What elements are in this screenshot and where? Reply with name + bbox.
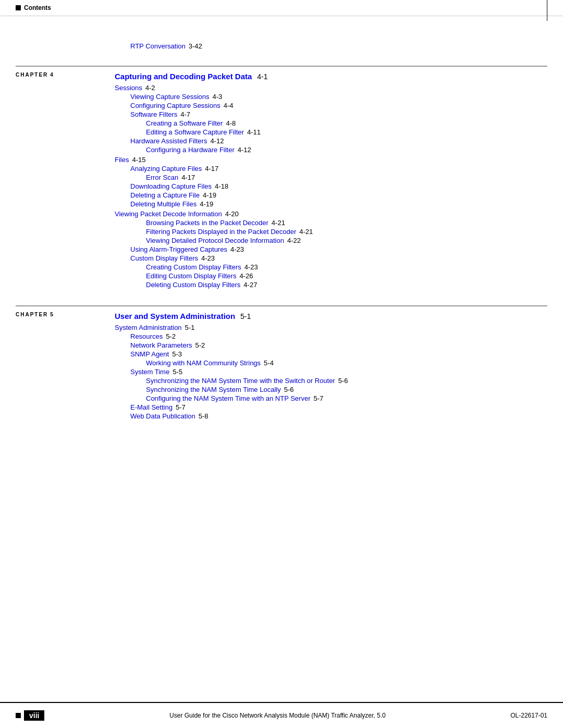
toc-item-ch5-7: Synchronizing the NAM System Time Locall… [146, 386, 547, 393]
chapter-number-ch5: 5 [50, 312, 54, 317]
footer-square-icon [16, 713, 21, 718]
toc-link-ch4-15[interactable]: Browsing Packets in the Packet Decoder [146, 219, 268, 227]
toc-item-ch4-5: Editing a Software Capture Filter4-11 [146, 128, 547, 136]
toc-item-ch5-0: System Administration5-1 [115, 324, 547, 331]
chapter-row-ch4: CHAPTER 4Capturing and Decoding Packet D… [16, 66, 547, 290]
toc-link-ch4-13[interactable]: Deleting Multiple Files [130, 200, 197, 208]
toc-page-ch4-3: 4-7 [180, 110, 190, 118]
toc-page-ch4-19: 4-23 [201, 254, 215, 262]
footer-page-number: viii [24, 710, 44, 721]
toc-link-ch4-7[interactable]: Configuring a Hardware Filter [146, 146, 235, 154]
toc-page-ch4-5: 4-11 [247, 128, 261, 136]
toc-page-ch5-2: 5-2 [195, 341, 205, 349]
toc-page-ch5-3: 5-3 [172, 350, 182, 358]
toc-item-ch4-1: Viewing Capture Sessions4-3 [130, 93, 547, 101]
toc-link-ch5-9[interactable]: E-Mail Setting [130, 403, 173, 411]
toc-link-ch4-12[interactable]: Deleting a Capture File [130, 191, 200, 199]
toc-item-ch4-6: Hardware Assisted Filters4-12 [130, 137, 547, 145]
chapters-container: CHAPTER 4Capturing and Decoding Packet D… [16, 66, 547, 421]
toc-link-ch4-22[interactable]: Deleting Custom Display Filters [146, 281, 240, 289]
toc-link-ch4-5[interactable]: Editing a Software Capture Filter [146, 128, 244, 136]
toc-page-ch4-6: 4-12 [210, 137, 224, 145]
toc-link-ch4-17[interactable]: Viewing Detailed Protocol Decode Informa… [146, 237, 284, 244]
toc-link-ch4-2[interactable]: Configuring Capture Sessions [130, 102, 221, 109]
toc-page-ch4-8: 4-15 [132, 156, 145, 164]
toc-page-ch5-7: 5-6 [284, 386, 294, 393]
toc-item-ch4-16: Filtering Packets Displayed in the Packe… [146, 228, 547, 236]
chapter-title-page-ch4: 4-1 [255, 72, 267, 81]
chapter-title-link-ch5[interactable]: User and System Administration [115, 312, 235, 320]
toc-link-ch5-6[interactable]: Synchronizing the NAM System Time with t… [146, 377, 335, 385]
toc-item-ch4-18: Using Alarm-Triggered Captures4-23 [130, 245, 547, 253]
toc-page-ch4-13: 4-19 [200, 200, 213, 208]
header-label: Contents [24, 4, 51, 11]
toc-item-ch4-14: Viewing Packet Decode Information4-20 [115, 210, 547, 218]
toc-item-ch4-13: Deleting Multiple Files4-19 [130, 200, 547, 208]
footer-left: viii [16, 710, 44, 721]
toc-item-ch4-19: Custom Display Filters4-23 [130, 254, 547, 262]
toc-page-ch4-15: 4-21 [272, 219, 285, 227]
toc-item-ch4-10: Error Scan4-17 [146, 174, 547, 181]
toc-link-ch5-1[interactable]: Resources [130, 332, 163, 340]
header-bar: Contents [0, 0, 563, 16]
toc-link-ch5-8[interactable]: Configuring the NAM System Time with an … [146, 394, 311, 402]
toc-link-ch4-21[interactable]: Editing Custom Display Filters [146, 272, 236, 280]
toc-item-ch4-21: Editing Custom Display Filters4-26 [146, 272, 547, 280]
header-square-icon [16, 5, 21, 10]
toc-item-ch5-4: Working with NAM Community Strings5-4 [146, 359, 547, 367]
toc-link-ch4-20[interactable]: Creating Custom Display Filters [146, 263, 241, 271]
toc-item-ch5-2: Network Parameters5-2 [130, 341, 547, 349]
toc-item-ch4-15: Browsing Packets in the Packet Decoder4-… [146, 219, 547, 227]
page-container: Contents RTP Conversation 3-42 CHAPTER 4… [0, 0, 563, 728]
toc-item-ch4-8: Files4-15 [115, 156, 547, 164]
toc-page-ch4-14: 4-20 [225, 210, 239, 218]
toc-link-ch4-4[interactable]: Creating a Software Filter [146, 119, 223, 127]
chapter-label-text-ch4: CHAPTER [16, 72, 48, 78]
toc-page-ch4-7: 4-12 [238, 146, 251, 154]
toc-link-ch4-9[interactable]: Analyzing Capture Files [130, 165, 202, 172]
toc-link-ch4-10[interactable]: Error Scan [146, 174, 178, 181]
toc-page-ch4-1: 4-3 [213, 93, 223, 101]
toc-page-ch4-9: 4-17 [205, 165, 218, 172]
toc-link-ch4-3[interactable]: Software Filters [130, 110, 177, 118]
toc-item-ch4-12: Deleting a Capture File4-19 [130, 191, 547, 199]
toc-link-ch4-8[interactable]: Files [115, 156, 129, 164]
toc-page-ch4-20: 4-23 [244, 263, 258, 271]
toc-item-ch4-7: Configuring a Hardware Filter4-12 [146, 146, 547, 154]
toc-page-ch5-1: 5-2 [166, 332, 176, 340]
toc-page-ch5-8: 5-7 [314, 394, 324, 402]
toc-item-ch4-2: Configuring Capture Sessions4-4 [130, 102, 547, 109]
toc-link-ch5-0[interactable]: System Administration [115, 324, 182, 331]
toc-item-ch5-10: Web Data Publication5-8 [130, 412, 547, 420]
rtp-link[interactable]: RTP Conversation [130, 42, 186, 50]
toc-page-ch5-10: 5-8 [199, 412, 209, 420]
toc-link-ch5-4[interactable]: Working with NAM Community Strings [146, 359, 261, 367]
toc-page-ch4-4: 4-8 [226, 119, 236, 127]
toc-link-ch4-1[interactable]: Viewing Capture Sessions [130, 93, 210, 101]
toc-item-ch4-22: Deleting Custom Display Filters4-27 [146, 281, 547, 289]
toc-link-ch5-3[interactable]: SNMP Agent [130, 350, 169, 358]
toc-item-ch5-5: System Time5-5 [130, 368, 547, 376]
toc-link-ch5-5[interactable]: System Time [130, 368, 169, 376]
toc-link-ch5-2[interactable]: Network Parameters [130, 341, 192, 349]
toc-link-ch4-16[interactable]: Filtering Packets Displayed in the Packe… [146, 228, 296, 236]
rtp-section: RTP Conversation 3-42 [130, 42, 547, 50]
toc-link-ch4-18[interactable]: Using Alarm-Triggered Captures [130, 245, 227, 253]
chapter-title-col-ch4: Capturing and Decoding Packet Data 4-1Se… [115, 72, 547, 290]
toc-link-ch4-19[interactable]: Custom Display Filters [130, 254, 198, 262]
toc-link-ch5-7[interactable]: Synchronizing the NAM System Time Locall… [146, 386, 281, 393]
header-contents: Contents [16, 4, 51, 11]
toc-item-ch5-8: Configuring the NAM System Time with an … [146, 394, 547, 402]
toc-page-ch4-17: 4-22 [287, 237, 301, 244]
toc-link-ch5-10[interactable]: Web Data Publication [130, 412, 195, 420]
chapter-title-page-ch5: 5-1 [238, 312, 251, 320]
toc-page-ch4-11: 4-18 [215, 182, 228, 190]
toc-link-ch4-6[interactable]: Hardware Assisted Filters [130, 137, 207, 145]
toc-link-ch4-14[interactable]: Viewing Packet Decode Information [115, 210, 222, 218]
toc-link-ch4-0[interactable]: Sessions [115, 84, 142, 92]
top-right-line [547, 0, 547, 21]
toc-item-ch5-6: Synchronizing the NAM System Time with t… [146, 377, 547, 385]
chapter-title-link-ch4[interactable]: Capturing and Decoding Packet Data [115, 72, 252, 81]
toc-link-ch4-11[interactable]: Downloading Capture Files [130, 182, 212, 190]
rtp-page: 3-42 [189, 42, 202, 50]
